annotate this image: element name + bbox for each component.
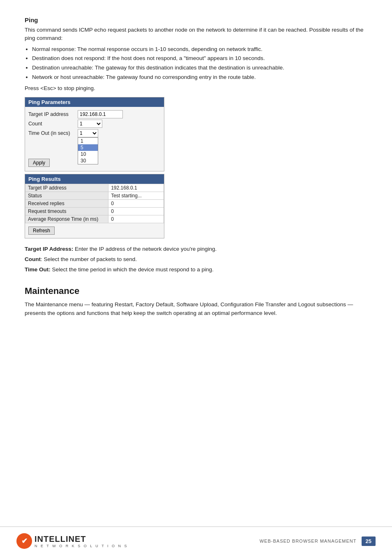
timeout-dropdown-wrapper[interactable]: 1 5 10 30 1 5 10 30 bbox=[78, 129, 98, 137]
result-value-0: 192.168.0.1 bbox=[108, 184, 164, 192]
desc-timeout-bold: Time Out: bbox=[25, 266, 51, 273]
count-row: Count 1 5 10 30 bbox=[28, 120, 161, 128]
logo-check-icon: ✔ bbox=[21, 536, 28, 546]
bullet-2: Destination does not respond: If the hos… bbox=[32, 54, 367, 63]
maintenance-title: Maintenance bbox=[25, 286, 367, 296]
logo-intellinet-text: INTELLINET bbox=[35, 534, 128, 544]
bullet-3: Destination unreachable: The gateway for… bbox=[32, 64, 367, 72]
logo-network-text: N E T W O R K S O L U T I O N S bbox=[35, 544, 128, 548]
maintenance-text: The Maintenance menu — featuring Restart… bbox=[25, 301, 367, 318]
result-label-1: Status bbox=[25, 192, 108, 200]
target-ip-input[interactable] bbox=[78, 110, 123, 118]
desc-timeout: Time Out: Select the time period in whic… bbox=[25, 266, 367, 274]
bullet-1: Normal response: The normal response occ… bbox=[32, 45, 367, 54]
result-value-4: 0 bbox=[108, 215, 164, 223]
refresh-area: Refresh bbox=[25, 223, 164, 238]
footer-mgmt-text: WEB-BASED BROWSER MANAGEMENT bbox=[260, 539, 357, 543]
table-row: Target IP address 192.168.0.1 bbox=[25, 184, 164, 192]
timeout-row: Time Out (in secs) 1 5 10 30 1 bbox=[28, 129, 161, 137]
refresh-button[interactable]: Refresh bbox=[28, 227, 55, 235]
footer-right: WEB-BASED BROWSER MANAGEMENT 25 bbox=[260, 536, 376, 546]
apply-button[interactable]: Apply bbox=[28, 159, 50, 167]
desc-count: Count: Select the number of packets to s… bbox=[25, 255, 367, 264]
desc-target-ip-bold: Target IP Address: bbox=[25, 246, 73, 252]
table-row: Request timeouts 0 bbox=[25, 208, 164, 215]
desc-count-text: : Select the number of packets to send. bbox=[41, 256, 137, 262]
ping-parameters-header: Ping Parameters bbox=[25, 97, 164, 107]
timeout-label: Time Out (in secs) bbox=[28, 130, 78, 136]
result-label-0: Target IP address bbox=[25, 184, 108, 192]
ping-results-header: Ping Results bbox=[25, 174, 164, 184]
timeout-select[interactable]: 1 5 10 30 bbox=[78, 129, 98, 137]
table-row: Average Response Time (in ms) 0 bbox=[25, 215, 164, 223]
bullet-4: Network or host unreachable: The gateway… bbox=[32, 73, 367, 82]
ping-parameters-box: Ping Parameters Target IP address Count … bbox=[25, 97, 164, 171]
table-row: Status Test starting... bbox=[25, 192, 164, 200]
result-label-3: Request timeouts bbox=[25, 208, 108, 215]
desc-target-ip: Target IP Address: Enter the IP address … bbox=[25, 245, 367, 254]
table-row: Received replies 0 bbox=[25, 200, 164, 208]
press-esc-text: Press <Esc> to stop pinging. bbox=[25, 85, 367, 91]
count-select[interactable]: 1 5 10 30 bbox=[78, 120, 102, 128]
footer-logo: ✔ INTELLINET N E T W O R K S O L U T I O… bbox=[16, 533, 128, 549]
result-value-1: Test starting... bbox=[108, 192, 164, 200]
desc-timeout-text: Select the time period in which the devi… bbox=[51, 266, 214, 273]
result-label-2: Received replies bbox=[25, 200, 108, 208]
ping-intro: This command sends ICMP echo request pac… bbox=[25, 26, 367, 43]
count-label: Count bbox=[28, 121, 78, 127]
result-label-4: Average Response Time (in ms) bbox=[25, 215, 108, 223]
ping-results-box: Ping Results Target IP address 192.168.0… bbox=[25, 174, 164, 238]
ping-form: Target IP address Count 1 5 10 30 bbox=[25, 107, 164, 171]
result-value-2: 0 bbox=[108, 200, 164, 208]
ping-title: Ping bbox=[25, 16, 367, 23]
target-ip-label: Target IP address bbox=[28, 111, 78, 117]
dropdown-option-1[interactable]: 1 bbox=[78, 138, 98, 144]
page-footer: ✔ INTELLINET N E T W O R K S O L U T I O… bbox=[0, 526, 392, 555]
ping-bullets: Normal response: The normal response occ… bbox=[32, 45, 367, 82]
logo-circle: ✔ bbox=[16, 533, 32, 549]
dropdown-option-10[interactable]: 10 bbox=[78, 151, 98, 157]
ping-results-table: Target IP address 192.168.0.1 Status Tes… bbox=[25, 184, 164, 223]
target-ip-row: Target IP address bbox=[28, 110, 161, 118]
dropdown-option-30[interactable]: 30 bbox=[78, 157, 98, 164]
timeout-dropdown-open[interactable]: 1 5 10 30 bbox=[78, 137, 98, 164]
page-number-badge: 25 bbox=[362, 536, 376, 546]
desc-target-ip-text: Enter the IP address of the network devi… bbox=[73, 246, 217, 252]
logo-text-wrapper: INTELLINET N E T W O R K S O L U T I O N… bbox=[35, 534, 128, 548]
desc-count-bold: Count bbox=[25, 256, 41, 262]
result-value-3: 0 bbox=[108, 208, 164, 215]
ping-ui-wrapper: Ping Parameters Target IP address Count … bbox=[25, 97, 367, 238]
count-dropdown-wrapper[interactable]: 1 5 10 30 bbox=[78, 120, 102, 128]
dropdown-option-5[interactable]: 5 bbox=[78, 144, 98, 151]
